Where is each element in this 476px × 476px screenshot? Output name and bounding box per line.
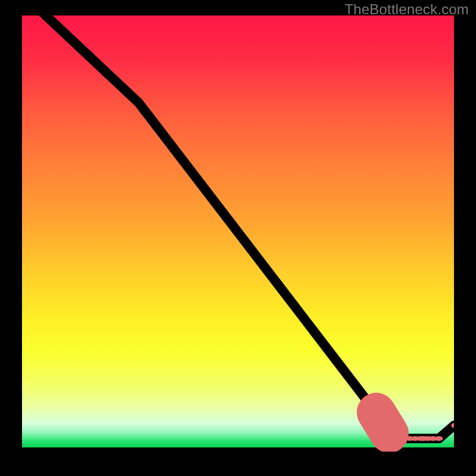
chart-root: TheBottleneck.com [0,0,476,476]
plot-area [22,15,454,452]
chart-svg [22,15,454,452]
bottleneck-curve [22,15,454,439]
dash-point [385,431,393,436]
dash-point [393,434,401,439]
highlight-slope [376,412,389,433]
watermark-text: TheBottleneck.com [345,1,469,18]
dash-point [435,436,443,441]
